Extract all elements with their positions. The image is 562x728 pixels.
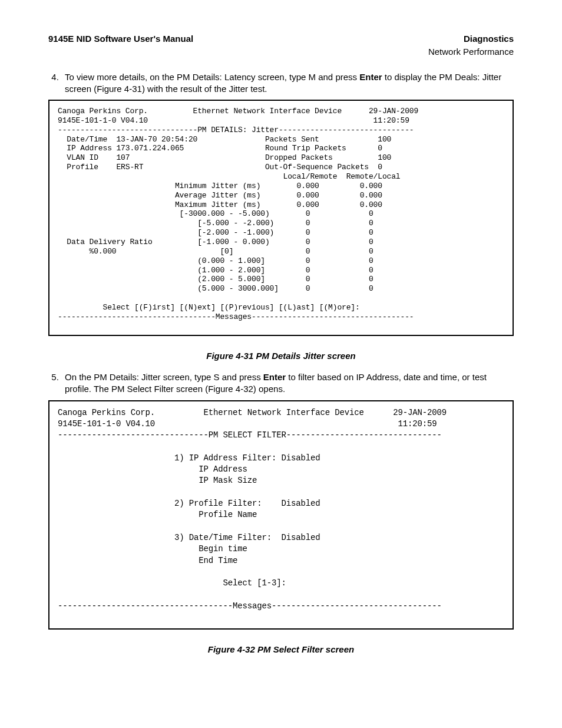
header-left: 9145E NID Software User's Manual bbox=[48, 33, 193, 45]
step-4: To view more details, on the PM Details:… bbox=[61, 71, 514, 95]
terminal-screen-jitter: Canoga Perkins Corp. Ethernet Network In… bbox=[48, 100, 514, 336]
figure-caption-2: Figure 4-32 PM Select Filter screen bbox=[48, 644, 514, 655]
header-sub: Network Performance bbox=[48, 46, 514, 58]
header-right: Diagnostics bbox=[464, 33, 514, 45]
terminal-content-1: Canoga Perkins Corp. Ethernet Network In… bbox=[58, 107, 504, 322]
terminal-screen-filter: Canoga Perkins Corp. Ethernet Network In… bbox=[48, 400, 514, 630]
terminal-content-2: Canoga Perkins Corp. Ethernet Network In… bbox=[58, 407, 504, 612]
step-5: On the PM Details: Jitter screen, type S… bbox=[61, 371, 514, 396]
figure-caption-1: Figure 4-31 PM Details Jitter screen bbox=[48, 350, 514, 362]
